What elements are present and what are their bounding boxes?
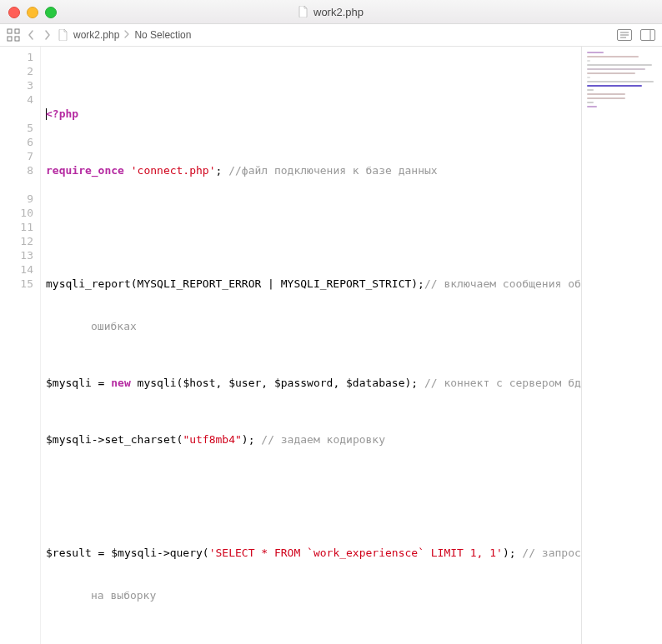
- line-number: 11: [0, 220, 33, 234]
- code-token: 'connect.php': [131, 164, 216, 177]
- line-number: 12: [0, 234, 33, 248]
- line-number: [0, 107, 33, 121]
- line-number: 8: [0, 163, 33, 177]
- line-number: 3: [0, 78, 33, 92]
- code-editor[interactable]: 123456789101112131415 <?php require_once…: [0, 47, 581, 644]
- svg-rect-1: [15, 29, 19, 33]
- editor-body: 123456789101112131415 <?php require_once…: [0, 47, 662, 644]
- minimap-line: [587, 102, 594, 103]
- related-items-icon[interactable]: [7, 28, 20, 42]
- line-number: 14: [0, 262, 33, 277]
- assistant-editor-icon[interactable]: [640, 29, 655, 41]
- current-line-highlight: [41, 50, 581, 64]
- line-number: 13: [0, 248, 33, 262]
- window-titlebar: work2.php: [0, 0, 662, 24]
- code-token: <?php: [46, 107, 78, 120]
- breadcrumb-separator-icon: [124, 29, 129, 41]
- minimap-line: [587, 72, 635, 74]
- code-content[interactable]: <?php require_once 'connect.php'; //файл…: [41, 47, 581, 644]
- window-title: work2.php: [298, 6, 364, 18]
- minimap-line: [587, 56, 639, 57]
- code-comment: // включаем сообщения об: [424, 277, 581, 290]
- code-comment: //файл подключения к базе данных: [228, 164, 437, 177]
- breadcrumb[interactable]: work2.php No Selection: [58, 29, 191, 41]
- nav-forward-button[interactable]: [42, 29, 53, 41]
- line-number: 6: [0, 135, 33, 149]
- nav-back-button[interactable]: [25, 29, 37, 41]
- document-items-icon[interactable]: [617, 29, 632, 41]
- code-comment: // запрос: [522, 547, 580, 559]
- code-comment: // коннект с сервером бд: [424, 377, 581, 389]
- window-title-text: work2.php: [313, 6, 364, 18]
- editor-toolbar: work2.php No Selection: [0, 24, 662, 47]
- code-comment: ошибках: [46, 319, 581, 333]
- svg-rect-0: [8, 29, 12, 33]
- file-icon: [58, 29, 68, 41]
- line-number: 2: [0, 64, 33, 78]
- code-token: require_once: [46, 164, 124, 177]
- minimap-line: [587, 68, 645, 70]
- minimap-line: [587, 81, 654, 82]
- line-number: [0, 177, 33, 192]
- line-number: 7: [0, 149, 33, 163]
- minimap-line: [587, 64, 652, 66]
- minimap-line: [587, 97, 625, 99]
- minimize-window-button[interactable]: [27, 7, 38, 18]
- minimap-line: [587, 85, 642, 87]
- window-controls: [8, 7, 57, 18]
- close-window-button[interactable]: [8, 7, 20, 18]
- breadcrumb-selection[interactable]: No Selection: [134, 29, 191, 41]
- line-number: 10: [0, 206, 33, 220]
- minimap[interactable]: [581, 47, 662, 644]
- line-number: 9: [0, 192, 33, 206]
- svg-rect-8: [641, 30, 655, 41]
- breadcrumb-file[interactable]: work2.php: [73, 29, 119, 41]
- svg-rect-2: [8, 37, 12, 41]
- minimap-line: [587, 60, 590, 62]
- minimap-line: [587, 89, 594, 91]
- line-number: 4: [0, 92, 33, 107]
- minimap-line: [587, 106, 597, 107]
- line-number: 5: [0, 121, 33, 135]
- line-number-gutter: 123456789101112131415: [0, 47, 41, 644]
- minimap-line: [587, 77, 590, 78]
- file-icon: [298, 6, 308, 17]
- line-number: 15: [0, 277, 33, 291]
- minimap-line: [587, 52, 604, 53]
- line-number: 1: [0, 50, 33, 64]
- code-token: mysqli_report(MYSQLI_REPORT_ERROR | MYSQ…: [46, 277, 424, 290]
- minimap-line: [587, 93, 625, 95]
- toolbar-right-icons: [617, 29, 655, 41]
- code-comment: на выборку: [46, 588, 581, 602]
- zoom-window-button[interactable]: [45, 7, 57, 18]
- svg-rect-3: [15, 37, 19, 41]
- code-comment: // задаем кодировку: [261, 433, 385, 446]
